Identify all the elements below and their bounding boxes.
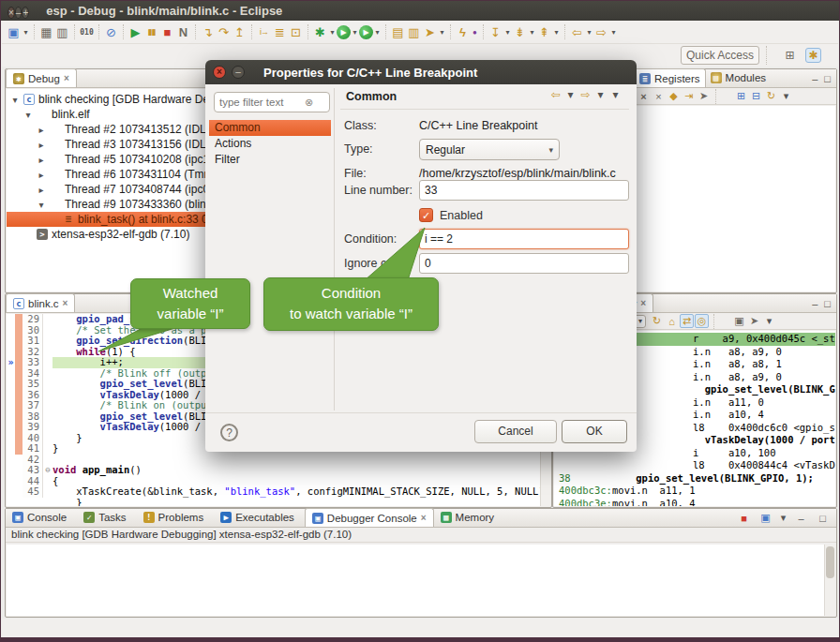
breakpoint-marker[interactable] [7,314,15,325]
sync-with-stack-icon[interactable]: ⇄ [680,314,694,328]
terminate-console-icon[interactable]: ■ [736,513,752,524]
code-line[interactable]: } [7,498,550,507]
pointer-mode-icon[interactable]: ➤ [697,90,711,102]
instruction-stepping-icon[interactable]: i→ [256,27,272,37]
pin-view-icon[interactable]: ➤ [747,315,761,327]
tab-memory[interactable]: ▦ Memory [434,508,505,527]
debug-perspective-icon[interactable]: ✱ [805,48,821,63]
prev-annotation-dropdown-icon[interactable]: ▾ [552,28,561,37]
tab-debug[interactable]: ✱ Debug × [6,68,77,87]
tree-caret-icon[interactable]: ▾ [37,200,46,210]
ignore-count-input[interactable] [419,253,629,274]
flash-icon[interactable]: ➤ [422,25,438,39]
home-icon[interactable]: ⌂ [665,316,679,327]
forward-dropdown-icon[interactable]: ▾ [596,88,605,101]
line-number-input[interactable] [419,180,629,201]
display-selected-console-icon[interactable]: ▣ [758,512,773,524]
suspend-icon[interactable]: ▮▮ [143,27,159,37]
step-return-icon[interactable]: ↥ [232,25,248,39]
console-output[interactable] [7,545,835,616]
mark-occurrences-icon[interactable]: ● [471,28,479,37]
window-maximize-button[interactable]: + [22,7,29,19]
breakpoint-marker[interactable] [7,443,15,455]
dialog-minimize-button[interactable]: – [232,66,245,79]
restore-default-groups-icon[interactable]: ⇥ [682,90,696,102]
lightning-icon[interactable]: ϟ [455,25,471,39]
breakpoint-marker[interactable] [7,390,15,401]
save-icon[interactable]: ▦ [38,25,54,39]
clear-filter-icon[interactable]: ⊗ [305,97,313,109]
tree-caret-icon[interactable]: ▸ [37,185,46,195]
back-icon[interactable]: ⇦ [569,25,585,39]
view-menu-icon[interactable]: ▾ [608,88,623,101]
close-icon[interactable]: × [64,73,69,83]
open-folder-icon[interactable]: ▤ [390,25,406,39]
link-with-view-icon[interactable]: ↻ [764,90,778,102]
external-tools-dropdown-icon[interactable]: ▾ [373,28,382,37]
step-over-icon[interactable]: ↷ [216,25,232,39]
disassembly-line[interactable]: 400dbc3e: movi.n a10, 4 [554,498,835,507]
minimize-panel-icon[interactable]: – [812,73,818,84]
flash-dropdown-icon[interactable]: ▾ [438,28,446,37]
breakpoint-marker[interactable] [7,368,15,380]
ok-button[interactable]: OK [562,420,627,443]
tab-blink-c[interactable]: c blink.c × [6,293,75,312]
tab-problems[interactable]: ! Problems [137,508,215,527]
breakpoint-marker[interactable] [7,357,15,368]
breakpoint-marker[interactable] [7,433,15,444]
filter-input[interactable] [215,97,305,108]
disassembly-line[interactable]: 38 gpio_set_level(BLINK_GPIO, 1); [554,472,835,485]
open-perspective-icon[interactable]: ⊞ [782,49,798,62]
expand-all-icon[interactable]: ⊞ [734,90,748,102]
save-all-icon[interactable]: ▥ [54,25,70,39]
close-icon[interactable]: × [421,513,427,523]
next-annotation-icon[interactable]: ⇟ [512,25,528,39]
quick-access-button[interactable]: Quick Access [681,46,759,65]
back-dropdown-icon[interactable]: ▾ [566,88,575,101]
view-menu-icon[interactable]: ▾ [762,315,776,327]
tree-caret-icon[interactable]: ▾ [10,95,20,105]
binary-icon[interactable]: 010 [79,28,95,37]
console-dropdown-icon[interactable]: ▾ [779,512,788,524]
run-dropdown-icon[interactable]: ▾ [351,28,359,37]
window-close-button[interactable]: × [8,7,15,19]
type-dropdown[interactable]: Regular ▾ [419,139,560,160]
maximize-panel-icon[interactable]: □ [815,513,831,524]
forward-icon[interactable]: ⇨ [578,88,593,101]
tree-caret-icon[interactable]: ▸ [37,125,46,135]
breakpoint-marker[interactable] [7,486,15,498]
minimize-panel-icon[interactable]: – [793,513,809,524]
cancel-button[interactable]: Cancel [474,420,557,443]
dialog-nav-actions[interactable]: Actions [209,136,331,152]
scrollbar-thumb[interactable] [826,546,834,578]
condition-input[interactable] [419,229,629,249]
console-scrollbar[interactable] [824,545,835,616]
external-tools-icon[interactable]: ▶ [359,25,373,39]
dialog-close-button[interactable]: × [213,66,226,79]
forward-dropdown-icon[interactable]: ▾ [609,28,618,37]
breakpoint-marker[interactable] [7,476,15,487]
tree-caret-icon[interactable]: ▾ [23,110,33,120]
chevron-down-icon[interactable]: ▾ [638,317,642,325]
run-icon[interactable]: ▶ [337,25,351,39]
breakpoint-marker[interactable] [7,465,15,476]
use-step-filters-icon[interactable]: ⊡ [288,25,304,39]
debug-dropdown-icon[interactable]: ▾ [328,28,337,37]
disassembly-line[interactable]: l8 0x400844c4 <vTaskDelay> [554,459,835,472]
disconnect-icon[interactable]: N [175,25,191,39]
tab-registers[interactable]: ≣ Registers [634,68,706,87]
breakpoint-marker[interactable] [7,498,15,507]
debug-icon[interactable]: ✱ [312,25,328,39]
prev-annotation-icon[interactable]: ⇞ [536,25,552,39]
tab-tasks[interactable]: ✓ Tasks [77,508,136,527]
breakpoint-marker[interactable] [7,400,15,411]
breakpoint-marker[interactable] [7,379,15,390]
add-register-group-icon[interactable]: ◆ [667,90,681,102]
terminate-icon[interactable]: ■ [159,25,175,39]
tree-caret-icon[interactable]: ▸ [37,170,46,180]
last-edit-dropdown-icon[interactable]: ▾ [503,28,512,37]
back-dropdown-icon[interactable]: ▾ [585,28,593,37]
dialog-nav-common[interactable]: Common [209,120,331,136]
back-icon[interactable]: ⇦ [548,88,563,101]
enabled-checkbox[interactable]: ✓ [419,208,433,222]
